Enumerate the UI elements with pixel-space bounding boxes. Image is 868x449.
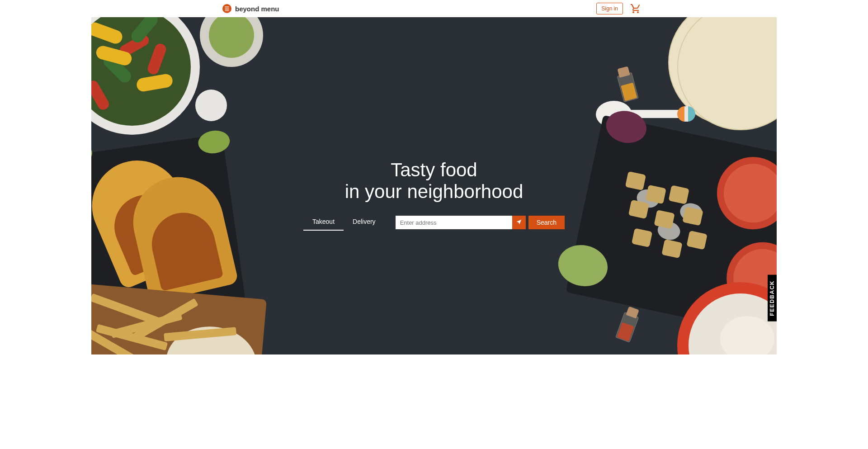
search-row: Takeout Delivery Search <box>303 214 565 231</box>
locate-button[interactable] <box>512 216 526 229</box>
svg-rect-0 <box>225 6 229 7</box>
hero-title-line2: in your neighborhood <box>345 181 524 202</box>
hero-content: Tasty food in your neighborhood Takeout … <box>91 17 777 354</box>
brand-logo[interactable]: beyond menu <box>222 4 279 13</box>
svg-rect-1 <box>225 8 229 8</box>
tab-takeout[interactable]: Takeout <box>303 214 344 231</box>
location-arrow-icon <box>516 219 522 227</box>
signin-button[interactable]: Sign in <box>596 3 623 14</box>
order-type-tabs: Takeout Delivery <box>303 214 385 231</box>
logo-icon <box>222 4 231 13</box>
hero-section: Tasty food in your neighborhood Takeout … <box>91 17 777 354</box>
cart-icon[interactable] <box>630 3 641 14</box>
svg-rect-2 <box>225 9 229 9</box>
header-actions: Sign in <box>596 3 641 14</box>
site-header: beyond menu Sign in <box>91 0 777 17</box>
brand-name: beyond menu <box>235 5 279 13</box>
svg-rect-3 <box>225 10 229 11</box>
search-button[interactable]: Search <box>528 216 565 229</box>
feedback-tab[interactable]: FEEDBACK <box>768 275 777 321</box>
address-input[interactable] <box>396 216 512 229</box>
hero-title-line1: Tasty food <box>391 159 477 180</box>
tab-delivery[interactable]: Delivery <box>344 214 385 231</box>
hero-title: Tasty food in your neighborhood <box>345 159 524 203</box>
